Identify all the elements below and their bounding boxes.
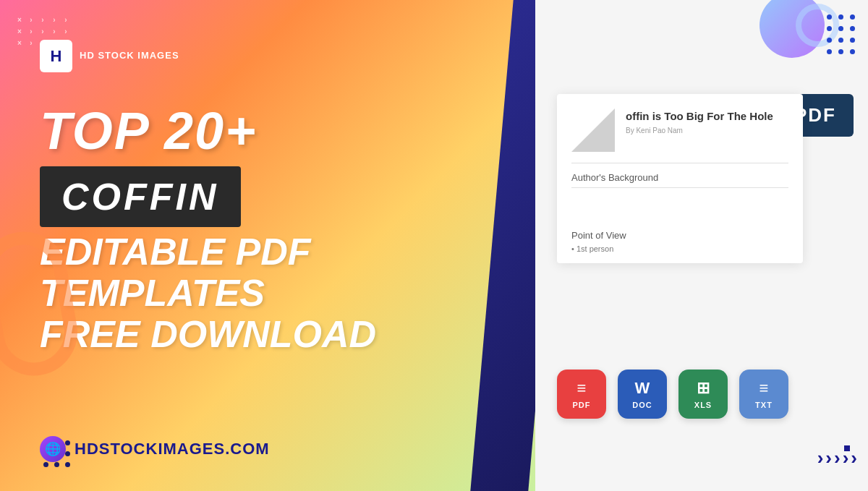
- txt-icon-label: TXT: [755, 401, 773, 409]
- arrow-3: ›: [834, 447, 841, 469]
- pdf-icon-symbol: ≡: [577, 379, 587, 398]
- dot-tr-9: [850, 38, 855, 43]
- dot-tr-11: [838, 49, 843, 54]
- format-icon-pdf[interactable]: ≡ PDF: [557, 370, 606, 419]
- xls-icon-symbol: ⊞: [697, 379, 710, 398]
- pdf-section2-title: Point of View: [571, 230, 788, 241]
- dot-8: [54, 462, 59, 467]
- globe-icon: 🌐: [40, 436, 66, 462]
- deco-x-3: ×: [14, 38, 25, 48]
- main-title-line2: FREE DOWNLOAD: [40, 314, 503, 355]
- arrow-5: ›: [851, 447, 857, 469]
- coffin-text: COFFIN: [61, 176, 219, 218]
- deco-arrow-3: ›: [49, 14, 59, 25]
- dot-tr-1: [827, 14, 832, 20]
- dot-tr-12: [850, 49, 855, 54]
- pdf-preview: offin is Too Big For The Hole By Keni Pa…: [557, 94, 803, 263]
- logo-box: H: [40, 40, 72, 72]
- left-panel: × › › › › × › › › › × › › › › H HD STOCK…: [0, 0, 535, 491]
- pdf-divider-1: [571, 163, 788, 163]
- dot-9: [65, 462, 70, 467]
- coffin-badge: COFFIN: [40, 166, 241, 227]
- right-panel: PDF offin is Too Big For The Hole By Ken…: [535, 0, 868, 491]
- deco-x-2: ×: [14, 26, 25, 36]
- deco-arrow-5: ›: [26, 26, 36, 36]
- triangle-shape: [571, 108, 615, 152]
- deco-arrow-6: ›: [38, 26, 48, 36]
- arrow-1: ›: [817, 447, 824, 469]
- doc-icon-label: DOC: [632, 401, 652, 409]
- deco-x-1: ×: [14, 14, 25, 25]
- format-icon-txt[interactable]: ≡ TXT: [739, 370, 788, 419]
- deco-arrow-7: ›: [49, 26, 59, 36]
- pdf-preview-header: offin is Too Big For The Hole By Keni Pa…: [571, 108, 788, 152]
- dot-tr-5: [838, 26, 843, 31]
- deco-arrow-2: ›: [38, 14, 48, 25]
- pdf-title-area: offin is Too Big For The Hole By Keni Pa…: [626, 108, 773, 135]
- format-icon-doc[interactable]: W DOC: [618, 370, 667, 419]
- format-icon-xls[interactable]: ⊞ XLS: [678, 370, 728, 419]
- dot-tr-10: [827, 49, 832, 54]
- dot-tr-2: [838, 14, 843, 20]
- pdf-section2-content: • 1st person: [571, 244, 788, 253]
- deco-arrow-8: ›: [61, 26, 71, 36]
- format-icons: ≡ PDF W DOC ⊞ XLS ≡ TXT: [557, 370, 788, 419]
- doc-icon-symbol: W: [635, 379, 650, 398]
- main-title: EDITABLE PDF TEMPLATES FREE DOWNLOAD: [40, 231, 503, 356]
- deco-arrow-4: ›: [61, 14, 71, 25]
- logo-letter: H: [51, 47, 62, 66]
- txt-icon-symbol: ≡: [760, 379, 769, 398]
- main-title-line1: EDITABLE PDF TEMPLATES: [40, 231, 503, 314]
- dot-tr-8: [838, 38, 843, 43]
- pdf-divider-2: [571, 187, 788, 188]
- deco-arrow-1: ›: [26, 14, 36, 25]
- dot-bottom-single: [844, 445, 850, 451]
- pdf-icon-label: PDF: [573, 401, 591, 409]
- pdf-section1-title: Author's Background: [571, 172, 788, 183]
- xls-icon-label: XLS: [694, 401, 712, 409]
- dot-tr-7: [827, 38, 832, 43]
- dot-tr-4: [827, 26, 832, 31]
- deco-arrows-bottom: › › › › ›: [817, 447, 857, 469]
- pdf-author: By Keni Pao Nam: [626, 127, 773, 135]
- main-container: × › › › › × › › › › × › › › › H HD STOCK…: [0, 0, 868, 491]
- pdf-spacer: [571, 192, 788, 221]
- dot-7: [43, 462, 48, 467]
- logo-area: H HD STOCK IMAGES: [40, 40, 179, 72]
- logo-text: HD STOCK IMAGES: [80, 50, 179, 62]
- website-url-area: 🌐 HDSTOCKIMAGES.COM: [40, 436, 270, 462]
- deco-arrow-9: ›: [26, 38, 36, 48]
- pdf-title: offin is Too Big For The Hole: [626, 108, 773, 124]
- dot-tr-3: [850, 14, 855, 20]
- top-20-label: TOP 20+: [40, 105, 257, 157]
- deco-dots-top-right: [827, 14, 857, 56]
- website-url-text: HDSTOCKIMAGES.COM: [75, 440, 270, 458]
- dot-tr-6: [850, 26, 855, 31]
- arrow-2: ›: [825, 447, 832, 469]
